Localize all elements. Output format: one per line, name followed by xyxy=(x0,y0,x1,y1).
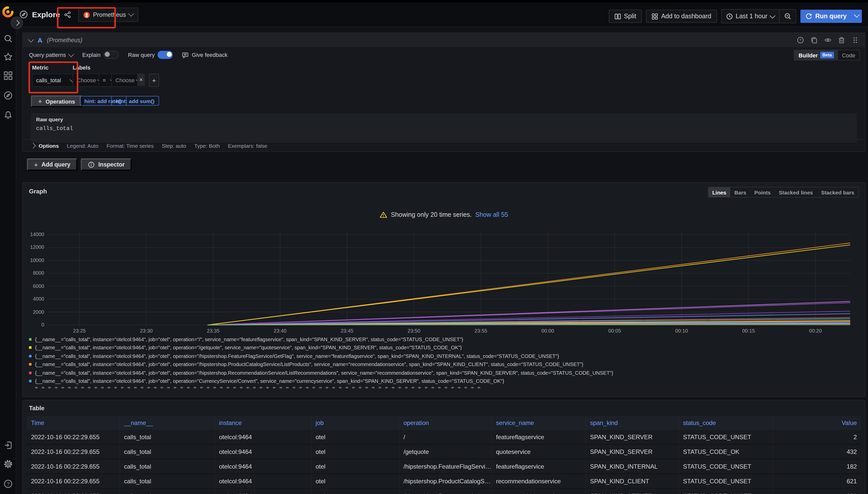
table-cell: SPAN_KIND_SERVER xyxy=(586,445,679,459)
table-header-cell[interactable]: service_name xyxy=(492,416,586,430)
sign-in-icon[interactable] xyxy=(3,441,13,450)
remove-label-button[interactable]: × xyxy=(137,74,145,86)
x-axis-tick-label: 23:30 xyxy=(131,328,162,334)
zoom-out-button[interactable] xyxy=(779,10,796,23)
table-header-cell[interactable]: operation xyxy=(399,416,492,430)
query-ref-id: A xyxy=(38,36,42,44)
code-tab[interactable]: Code xyxy=(838,50,860,60)
x-axis-tick-label: 23:55 xyxy=(466,328,496,334)
legend-item[interactable]: {__name__="calls_total", instance="otelc… xyxy=(29,352,863,360)
add-label-button[interactable]: + xyxy=(149,74,159,87)
add-operation-button[interactable]: + Operations xyxy=(31,95,82,107)
legend-label: {__name__="calls_total", instance="otelc… xyxy=(35,345,462,350)
table-cell: calls_total xyxy=(120,445,215,459)
series-limit-warning: Showing only 20 time series. Show all 55 xyxy=(23,211,865,218)
table-body: 2022-10-16 00:22:29.655calls_totalotelco… xyxy=(27,430,861,494)
datasource-name: Prometheus xyxy=(93,11,126,18)
show-all-series-link[interactable]: Show all 55 xyxy=(475,211,508,218)
run-query-button[interactable]: Run query xyxy=(800,10,862,23)
table-cell: 2022-10-16 00:22:29.655 xyxy=(27,430,120,445)
table-cell: calls_total xyxy=(120,489,215,494)
table-row: 2022-10-16 00:22:29.655calls_totalotelco… xyxy=(27,489,861,494)
table-header-row: Time__name__instancejoboperationservice_… xyxy=(27,416,861,430)
share-alt-icon[interactable] xyxy=(64,11,71,18)
builder-tab[interactable]: Builder Beta xyxy=(795,50,838,60)
table-header-cell[interactable]: Time xyxy=(27,416,120,430)
compass-icon[interactable] xyxy=(3,91,13,100)
legend-item[interactable]: {__name__="calls_total", instance="otelc… xyxy=(29,377,863,385)
table-header-cell[interactable]: __name__ xyxy=(120,416,215,430)
legend-item[interactable]: {__name__="calls_total", instance="otelc… xyxy=(29,368,863,377)
sync-icon xyxy=(806,13,812,20)
table-header-cell[interactable]: job xyxy=(311,416,399,430)
help-circle-icon[interactable]: ? xyxy=(797,37,804,44)
chevron-down-icon xyxy=(770,13,776,19)
apps-icon xyxy=(651,13,658,20)
time-picker-group: Last 1 hour xyxy=(721,9,796,23)
query-row-actions: ? xyxy=(797,37,859,44)
legend-item[interactable]: {__name__="calls_total", instance="otelc… xyxy=(29,335,863,343)
graph-mode-lines[interactable]: Lines xyxy=(708,187,730,197)
sidebar: ? xyxy=(0,2,16,494)
table-cell: STATUS_CODE_UNSET xyxy=(679,459,773,474)
legend-item-clipped xyxy=(29,387,863,390)
graph-mode-stacked-bars[interactable]: Stacked bars xyxy=(817,187,858,197)
grafana-logo[interactable] xyxy=(2,6,14,18)
table-header-cell[interactable]: Value xyxy=(773,416,861,430)
gear-icon[interactable] xyxy=(3,459,13,469)
table-cell: 2022-10-16 00:22:29.655 xyxy=(27,459,120,474)
table-cell: 621 xyxy=(773,489,861,494)
query-patterns-dropdown[interactable]: Query patterns xyxy=(29,52,73,58)
nav-right-cluster: Split Add to dashboard Last 1 hour xyxy=(609,10,862,23)
sidebar-expand-button[interactable] xyxy=(11,17,23,29)
table-cell: otel xyxy=(311,489,399,494)
query-hint-button[interactable]: hint: add sum() xyxy=(111,96,159,106)
option-summary-item: Type: Both xyxy=(194,142,219,149)
help-icon[interactable]: ? xyxy=(3,479,13,489)
add-query-button[interactable]: + Add query xyxy=(27,158,77,171)
table-cell: otel xyxy=(311,445,399,459)
table-cell: calls_total xyxy=(120,459,215,474)
graph-mode-points[interactable]: Points xyxy=(751,187,775,197)
raw-query-label: Raw query xyxy=(128,52,155,58)
metric-select[interactable]: calls_total xyxy=(32,74,79,87)
explain-toggle[interactable] xyxy=(104,51,119,59)
legend-swatch xyxy=(29,338,32,341)
add-to-dashboard-button[interactable]: Add to dashboard xyxy=(646,10,717,23)
datasource-picker[interactable]: Prometheus xyxy=(78,7,138,22)
legend-item[interactable]: {__name__="calls_total", instance="otelc… xyxy=(29,360,863,368)
graph-mode-stacked-lines[interactable]: Stacked lines xyxy=(775,187,817,197)
legend-item[interactable]: {__name__="calls_total", instance="otelc… xyxy=(29,343,863,352)
graph-mode-bars[interactable]: Bars xyxy=(730,187,751,197)
inspector-button[interactable]: Inspector xyxy=(81,158,132,171)
time-range-button[interactable]: Last 1 hour xyxy=(721,10,779,23)
explain-toggle-group: Explain xyxy=(82,51,119,59)
drag-handle-icon[interactable] xyxy=(852,37,859,44)
raw-query-toggle[interactable] xyxy=(158,51,173,59)
y-axis-tick-label: 14000 xyxy=(24,231,44,237)
split-button[interactable]: Split xyxy=(609,10,642,23)
raw-query-preview-label: Raw query xyxy=(36,116,852,122)
bell-icon[interactable] xyxy=(3,111,13,120)
table-header-cell[interactable]: status_code xyxy=(679,416,773,430)
star-icon[interactable] xyxy=(3,52,13,61)
table-header-cell[interactable]: span_kind xyxy=(586,416,679,430)
eye-icon[interactable] xyxy=(824,37,831,44)
apps-icon[interactable] xyxy=(3,71,13,80)
table-panel-title: Table xyxy=(29,405,44,412)
search-icon[interactable] xyxy=(3,34,13,43)
run-query-dropdown[interactable] xyxy=(852,10,862,23)
trash-icon[interactable] xyxy=(838,37,845,44)
copy-icon[interactable] xyxy=(811,37,818,44)
table-cell: 2022-10-16 00:22:29.655 xyxy=(27,489,120,494)
query-options-row[interactable]: Options Legend: AutoFormat: Time seriesS… xyxy=(23,139,865,152)
y-axis-tick-label: 6000 xyxy=(24,283,44,289)
query-row-header[interactable]: A (Prometheus) ? xyxy=(23,33,865,47)
table-cell: 621 xyxy=(773,474,861,489)
clock-icon xyxy=(726,13,733,20)
time-series-chart[interactable]: 0200040006000800010000120001400023:2523:… xyxy=(47,230,850,337)
give-feedback-link[interactable]: Give feedback xyxy=(182,52,228,58)
table-header-cell[interactable]: instance xyxy=(215,416,311,430)
chevron-down-icon xyxy=(128,11,134,17)
nav-left-cluster: Explore Prometheus xyxy=(19,2,138,26)
